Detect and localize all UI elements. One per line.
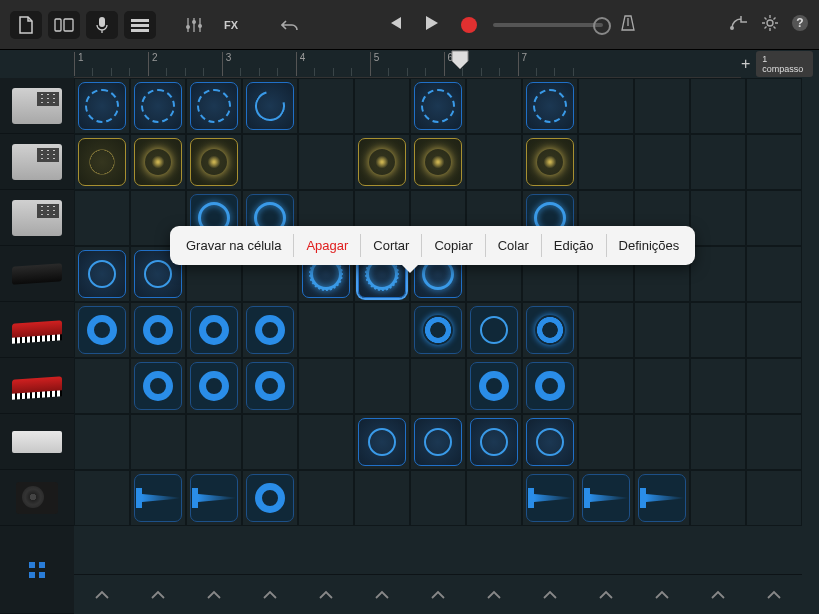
- loop-cell[interactable]: [354, 134, 410, 190]
- loop-cell[interactable]: [578, 414, 634, 470]
- loop[interactable]: [134, 362, 182, 410]
- loop-cell[interactable]: [130, 78, 186, 134]
- loop-cell[interactable]: [242, 134, 298, 190]
- loop-cell[interactable]: [130, 302, 186, 358]
- loop-cell[interactable]: [466, 78, 522, 134]
- column-trigger[interactable]: [690, 574, 746, 614]
- loop-cell[interactable]: [74, 134, 130, 190]
- undo-button[interactable]: [274, 11, 306, 39]
- loop-cell[interactable]: [746, 246, 802, 302]
- menu-item[interactable]: Cortar: [361, 234, 421, 257]
- loop-cell[interactable]: [746, 78, 802, 134]
- loop[interactable]: [246, 362, 294, 410]
- loop[interactable]: [190, 82, 238, 130]
- column-trigger[interactable]: [634, 574, 690, 614]
- loop-cell[interactable]: [186, 134, 242, 190]
- track-header[interactable]: [0, 78, 74, 134]
- column-trigger[interactable]: [746, 574, 802, 614]
- loop[interactable]: [526, 362, 574, 410]
- tracks-button[interactable]: [124, 11, 156, 39]
- add-section-button[interactable]: +: [741, 55, 750, 73]
- loop[interactable]: [246, 474, 294, 522]
- loop-cell[interactable]: [410, 414, 466, 470]
- loop-cell[interactable]: [74, 414, 130, 470]
- loop-cell[interactable]: [690, 414, 746, 470]
- column-trigger[interactable]: [186, 574, 242, 614]
- loop-cell[interactable]: [466, 414, 522, 470]
- loop-cell[interactable]: [578, 358, 634, 414]
- loop-cell[interactable]: [466, 470, 522, 526]
- playhead[interactable]: [451, 50, 469, 76]
- loop[interactable]: [638, 474, 686, 522]
- menu-item[interactable]: Gravar na célula: [174, 234, 293, 257]
- column-trigger[interactable]: [130, 574, 186, 614]
- loop-cell[interactable]: [354, 414, 410, 470]
- help-button[interactable]: ?: [791, 14, 809, 36]
- loop-cell[interactable]: [74, 246, 130, 302]
- loop-cell[interactable]: [690, 358, 746, 414]
- loop-cell[interactable]: [466, 134, 522, 190]
- column-trigger[interactable]: [74, 574, 130, 614]
- loop-cell[interactable]: [578, 134, 634, 190]
- loop-cell[interactable]: [410, 358, 466, 414]
- track-header[interactable]: [0, 134, 74, 190]
- loop-cell[interactable]: [74, 358, 130, 414]
- loop-cell[interactable]: [634, 358, 690, 414]
- loop[interactable]: [78, 138, 126, 186]
- menu-item[interactable]: Copiar: [422, 234, 484, 257]
- loop[interactable]: [414, 138, 462, 186]
- loop[interactable]: [470, 362, 518, 410]
- loop[interactable]: [190, 474, 238, 522]
- loop-cell[interactable]: [186, 414, 242, 470]
- column-trigger[interactable]: [466, 574, 522, 614]
- section-length[interactable]: 1 compasso: [756, 51, 813, 77]
- fx-button[interactable]: FX: [216, 11, 246, 39]
- loop[interactable]: [134, 138, 182, 186]
- loop-cell[interactable]: [522, 302, 578, 358]
- column-trigger[interactable]: [522, 574, 578, 614]
- loop-cell[interactable]: [634, 414, 690, 470]
- loop[interactable]: [582, 474, 630, 522]
- loop-cell[interactable]: [410, 302, 466, 358]
- loop-cell[interactable]: [186, 358, 242, 414]
- loop-cell[interactable]: [298, 302, 354, 358]
- loop-cell[interactable]: [410, 470, 466, 526]
- timeline-ruler[interactable]: 1234567: [74, 50, 741, 78]
- loop[interactable]: [414, 418, 462, 466]
- loop-cell[interactable]: [522, 470, 578, 526]
- loop[interactable]: [134, 82, 182, 130]
- loop-cell[interactable]: [746, 414, 802, 470]
- loop-cell[interactable]: [578, 470, 634, 526]
- grid-mode-button[interactable]: [0, 526, 74, 614]
- loop-cell[interactable]: [690, 190, 746, 246]
- loop-cell[interactable]: [634, 134, 690, 190]
- loop[interactable]: [414, 306, 462, 354]
- loop-cell[interactable]: [130, 414, 186, 470]
- loop-cell[interactable]: [690, 470, 746, 526]
- track-header[interactable]: [0, 358, 74, 414]
- loop[interactable]: [134, 306, 182, 354]
- loop-cell[interactable]: [242, 78, 298, 134]
- loop[interactable]: [246, 82, 294, 130]
- loop-cell[interactable]: [298, 358, 354, 414]
- column-trigger[interactable]: [298, 574, 354, 614]
- loop[interactable]: [358, 138, 406, 186]
- browser-button[interactable]: [48, 11, 80, 39]
- loop-cell[interactable]: [354, 358, 410, 414]
- menu-item[interactable]: Apagar: [294, 234, 360, 257]
- rewind-button[interactable]: [387, 16, 403, 34]
- loop-cell[interactable]: [186, 302, 242, 358]
- loop-cell[interactable]: [690, 302, 746, 358]
- loop-cell[interactable]: [634, 302, 690, 358]
- loop[interactable]: [526, 306, 574, 354]
- loop[interactable]: [190, 138, 238, 186]
- loop-cell[interactable]: [690, 134, 746, 190]
- loop-cell[interactable]: [410, 134, 466, 190]
- menu-item[interactable]: Colar: [486, 234, 541, 257]
- loop[interactable]: [470, 418, 518, 466]
- loop-cell[interactable]: [130, 470, 186, 526]
- loop-cell[interactable]: [242, 358, 298, 414]
- loop-cell[interactable]: [746, 134, 802, 190]
- loop[interactable]: [190, 306, 238, 354]
- loop-cell[interactable]: [298, 414, 354, 470]
